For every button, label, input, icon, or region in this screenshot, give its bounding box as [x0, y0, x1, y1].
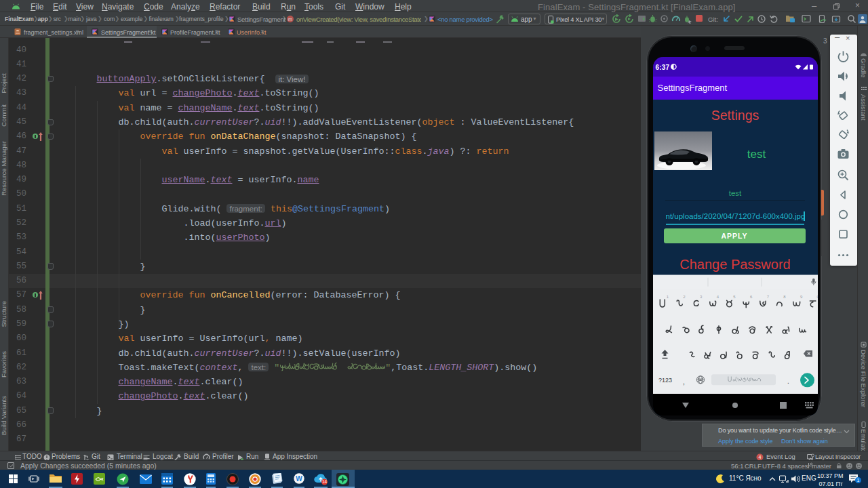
svg-text:W: W: [296, 475, 302, 483]
svg-text:,: ,: [683, 378, 685, 386]
svg-text:0: 0: [816, 295, 817, 299]
svg-text:?123: ?123: [658, 377, 672, 384]
svg-text:4: 4: [759, 455, 762, 460]
svg-text:.: .: [787, 378, 789, 385]
svg-text:m: m: [288, 17, 292, 22]
svg-text:14: 14: [322, 479, 328, 484]
